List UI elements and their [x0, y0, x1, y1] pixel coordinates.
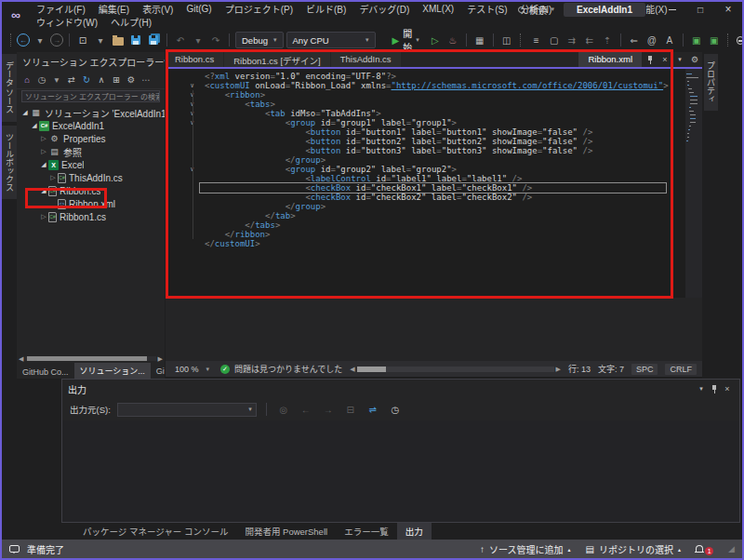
publish-icon[interactable]: ⇡ [600, 33, 615, 47]
extension-icon-1[interactable]: ▣ [689, 33, 704, 47]
indentation-indicator[interactable]: SPC [631, 364, 658, 375]
collapsed-arrow-icon[interactable]: ▷ [48, 174, 58, 181]
code-editor[interactable]: <?xml version="1.0" encoding="UTF-8"?><c… [166, 69, 702, 298]
cursor-column-indicator[interactable]: 文字: 7 [598, 363, 624, 375]
attach-to-process-icon[interactable]: ⇐ [627, 33, 642, 47]
code-line-10[interactable]: </group> [166, 155, 702, 165]
back-caret-icon[interactable]: ▾ [33, 33, 47, 47]
close-icon[interactable]: × [658, 52, 672, 67]
expanded-arrow-icon[interactable]: ◢ [30, 122, 39, 129]
expanded-arrow-icon[interactable]: ◢ [39, 161, 48, 168]
previous-message-icon[interactable]: ← [299, 402, 313, 417]
code-line-3[interactable]: <ribbon>∨ [166, 90, 702, 100]
editor-tab-thisaddin-cs[interactable]: ThisAddIn.cs [331, 52, 401, 67]
tree-item-project-exceladdin1[interactable]: ◢C#ExcelAddIn1 [17, 119, 165, 132]
next-message-icon[interactable]: → [321, 402, 336, 417]
show-all-files-icon[interactable]: ⊞ [110, 73, 123, 87]
tree-item-ribbon1-cs[interactable]: ▷C#Ribbon1.cs [17, 210, 165, 223]
overflow-icon[interactable]: ⋯ [140, 73, 153, 87]
tree-item-ribbon-xml[interactable]: <>Ribbon.xml [17, 197, 165, 210]
tree-item-ribbon-cs[interactable]: ◢C#Ribbon.cs [17, 184, 165, 197]
document-outline-icon[interactable]: ▢ [547, 33, 562, 47]
menu-item-r1-0[interactable]: ファイル(F) [30, 2, 92, 16]
add-to-source-control-button[interactable]: ↑ ソース管理に追加 ▴ [480, 542, 571, 556]
menu-item-r2-0[interactable]: ウィンドウ(W) [30, 15, 104, 29]
right-strip-tab-properties[interactable]: プロパティ [704, 54, 718, 111]
maximize-button[interactable]: □ [686, 2, 714, 17]
collapsed-arrow-icon[interactable]: ▷ [39, 148, 48, 155]
code-line-1[interactable]: <?xml version="1.0" encoding="UTF-8"?> [166, 72, 702, 81]
search-box[interactable]: 検索 ▾ [509, 3, 564, 17]
select-repository-button[interactable]: ▤ リポジトリの選択 ▴ [586, 542, 681, 556]
code-line-13[interactable]: <checkBox id="checkBox1" label="checkBox… [166, 183, 702, 193]
scroll-right-icon[interactable]: ▶ [556, 366, 561, 373]
notifications-button[interactable]: 1 [696, 542, 713, 555]
solution-explorer-tab-1[interactable]: ソリューション... [74, 363, 151, 379]
expanded-arrow-icon[interactable]: ◢ [20, 109, 30, 116]
menu-item-r2-1[interactable]: ヘルプ(H) [104, 15, 158, 29]
properties-wrench-icon[interactable]: ⚙ [125, 73, 138, 87]
start-debugging-button[interactable]: ▶ 開始 ▾ [387, 26, 425, 54]
scroll-right-icon[interactable]: ▶ [158, 355, 163, 363]
start-without-debugging-icon[interactable]: ▷ [428, 33, 443, 47]
panel-tab-1[interactable]: 開発者用 PowerShell [236, 523, 336, 540]
panel-tab-2[interactable]: エラー一覧 [336, 523, 397, 540]
menu-item-r1-4[interactable]: プロジェクト(P) [219, 2, 299, 16]
menu-item-r1-6[interactable]: デバッグ(D) [352, 2, 416, 16]
editor-hscrollbar[interactable]: ◀ ▶ [350, 366, 561, 373]
switch-views-icon[interactable]: ⌂ [20, 73, 33, 87]
output-source-dropdown[interactable]: ▾ [117, 403, 257, 417]
line-ending-indicator[interactable]: CRLF [665, 364, 697, 375]
window-position-caret-icon[interactable]: ▾ [695, 385, 708, 393]
fold-toggle-icon[interactable]: ∨ [187, 81, 197, 90]
expanded-arrow-icon[interactable]: ◢ [39, 187, 48, 194]
new-item-icon[interactable]: ⊡ [75, 33, 90, 47]
panel-tab-0[interactable]: パッケージ マネージャー コンソール [74, 523, 236, 540]
deploy-group-icon[interactable]: ⇇ [582, 33, 597, 47]
close-button[interactable]: × [714, 2, 742, 17]
code-line-2[interactable]: <customUI onLoad="Ribbon_Load" xmlns="ht… [166, 81, 702, 90]
forward-icon[interactable]: → [50, 33, 63, 47]
menu-item-r1-3[interactable]: Git(G) [179, 4, 218, 14]
scrollbar-thumb[interactable] [357, 367, 387, 372]
menu-item-r1-1[interactable]: 編集(E) [92, 2, 136, 16]
window-position-caret-icon[interactable]: ▾ [164, 58, 165, 65]
editor-tab-ribbon-cs[interactable]: Ribbon.cs [166, 52, 223, 67]
menu-item-r1-7[interactable]: XML(X) [416, 4, 460, 14]
extension-icon-2[interactable]: ▣ [707, 33, 722, 47]
tree-item-properties[interactable]: ▷⚙Properties [17, 132, 165, 145]
code-line-9[interactable]: <button id="button3" label="button3" sho… [166, 146, 702, 155]
history-icon[interactable]: ◷ [388, 402, 403, 417]
code-line-14[interactable]: <checkBox id="checkBox2" label="checkBox… [166, 193, 702, 202]
code-line-17[interactable]: </tabs> [166, 220, 702, 230]
tree-item-excel[interactable]: ◢XExcel [17, 158, 165, 171]
target-framework-icon[interactable]: ▦ [472, 33, 487, 47]
save-all-icon[interactable] [146, 33, 161, 47]
feedback-icon[interactable] [9, 545, 20, 553]
menu-item-r1-5[interactable]: ビルド(B) [299, 2, 352, 16]
code-line-11[interactable]: <group id="group2" label="group2">∨ [166, 165, 702, 174]
active-files-caret-icon[interactable]: ▾ [672, 52, 687, 67]
sync-with-active-document-icon[interactable]: ⇄ [65, 73, 78, 87]
editor-tab-ribbon1-cs-design[interactable]: Ribbon1.cs [デザイン] [224, 52, 329, 67]
resize-grip-icon[interactable]: ◢ [728, 544, 735, 553]
editor-tab-ribbon-xml[interactable]: Ribbon.xml [578, 52, 642, 67]
output-search-icon[interactable]: ◎ [276, 402, 291, 417]
hot-reload-icon[interactable]: ♨ [445, 33, 460, 47]
code-line-18[interactable]: </ribbon> [166, 230, 702, 239]
solution-explorer-hscrollbar[interactable]: ◀ ▶ [17, 354, 165, 363]
minimap-scrollbar[interactable] [685, 69, 702, 298]
back-icon[interactable]: ← [17, 33, 30, 47]
find-in-files-icon[interactable]: ◫ [499, 33, 514, 47]
clear-all-icon[interactable]: ⊟ [343, 402, 358, 417]
gear-icon[interactable]: ⚙ [687, 52, 702, 67]
pending-changes-filter-icon[interactable]: ◷ [35, 73, 48, 87]
undo-caret-icon[interactable]: ▾ [191, 33, 206, 47]
pin-icon[interactable] [643, 52, 658, 67]
tree-item-thisaddin-cs[interactable]: ▷C#ThisAddIn.cs [17, 171, 165, 184]
tree-item-references[interactable]: ▷▤参照 [17, 145, 165, 158]
save-icon[interactable] [128, 33, 143, 47]
task-list-icon[interactable]: ≡ [529, 33, 544, 47]
collapsed-arrow-icon[interactable]: ▷ [39, 135, 48, 142]
cursor-line-indicator[interactable]: 行: 13 [568, 363, 591, 375]
